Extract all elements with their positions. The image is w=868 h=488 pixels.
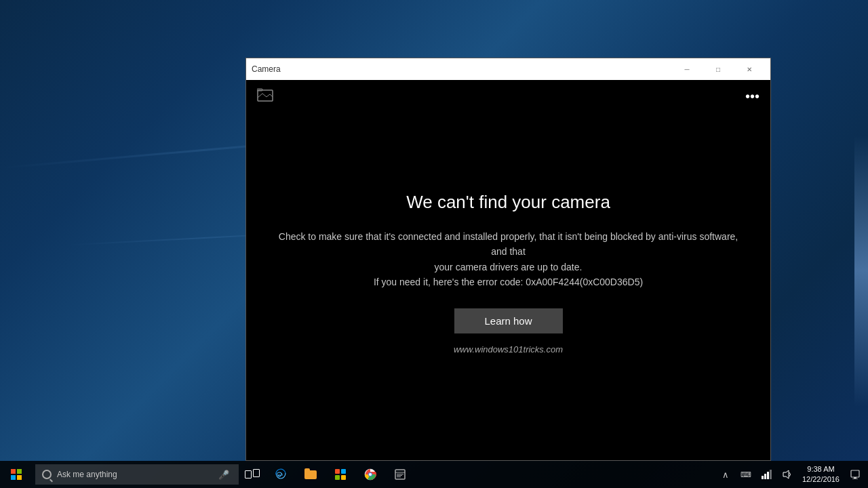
error-desc-line2: your camera drivers are up to date. xyxy=(435,262,583,272)
action-center-icon xyxy=(850,470,860,479)
misc-app-icon xyxy=(393,468,407,481)
network-indicator-icon xyxy=(761,469,772,480)
svg-rect-6 xyxy=(335,469,340,474)
start-button[interactable] xyxy=(0,461,33,488)
error-description: Check to make sure that it's connected a… xyxy=(278,229,739,290)
maximize-button[interactable]: □ xyxy=(703,58,734,80)
camera-window: Camera ─ □ ✕ ••• xyxy=(245,58,771,461)
svg-rect-17 xyxy=(397,476,401,477)
camera-error-area: We can't find your camera Check to make … xyxy=(251,86,766,460)
volume-indicator-icon xyxy=(781,469,792,480)
clock-display[interactable]: 9:38 AM 12/22/2016 xyxy=(797,461,845,488)
error-desc-line3: If you need it, here's the error code: 0… xyxy=(374,277,643,287)
minimize-button[interactable]: ─ xyxy=(671,58,703,80)
svg-rect-21 xyxy=(770,470,772,479)
svg-point-12 xyxy=(369,473,372,476)
taskbar-app-misc[interactable] xyxy=(385,461,415,488)
learn-how-button[interactable]: Learn how xyxy=(454,308,563,333)
window-title: Camera xyxy=(252,64,671,74)
volume-icon[interactable] xyxy=(776,461,797,488)
taskbar-app-chrome[interactable] xyxy=(355,461,385,488)
windows-logo-icon xyxy=(11,469,22,480)
keyboard-indicator-icon: ⌨ xyxy=(741,470,751,479)
camera-titlebar: Camera ─ □ ✕ xyxy=(246,58,770,80)
windows-store-icon xyxy=(334,468,347,481)
clock-time: 9:38 AM xyxy=(807,464,834,474)
network-icon[interactable] xyxy=(756,461,776,488)
error-title: We can't find your camera xyxy=(406,192,610,213)
search-placeholder: Ask me anything xyxy=(57,470,117,479)
clock-date: 12/22/2016 xyxy=(802,474,840,485)
notification-area: ∧ ⌨ xyxy=(713,461,868,488)
svg-rect-9 xyxy=(341,475,346,480)
svg-rect-24 xyxy=(854,477,856,479)
keyboard-icon[interactable]: ⌨ xyxy=(736,461,756,488)
show-hidden-icons-button[interactable]: ∧ xyxy=(715,461,736,488)
camera-content: ••• We can't find your camera Check to m… xyxy=(246,80,770,460)
svg-marker-22 xyxy=(783,470,789,479)
taskbar-app-store[interactable] xyxy=(326,461,355,488)
task-view-icon xyxy=(245,470,260,479)
close-button[interactable]: ✕ xyxy=(734,58,765,80)
decoration xyxy=(854,136,868,407)
chevron-up-icon: ∧ xyxy=(722,470,729,480)
taskbar-app-edge[interactable] xyxy=(266,461,296,488)
svg-rect-23 xyxy=(851,470,859,477)
search-icon xyxy=(42,470,52,479)
action-center-button[interactable] xyxy=(845,461,865,488)
taskbar-app-file-explorer[interactable] xyxy=(296,461,326,488)
svg-rect-18 xyxy=(762,476,764,479)
taskbar: Ask me anything 🎤 xyxy=(0,461,868,488)
svg-rect-16 xyxy=(397,475,402,476)
file-explorer-icon xyxy=(304,470,317,479)
search-bar[interactable]: Ask me anything 🎤 xyxy=(35,464,239,485)
svg-rect-15 xyxy=(397,474,403,474)
svg-rect-20 xyxy=(767,472,769,479)
desktop: Camera ─ □ ✕ ••• xyxy=(0,0,868,488)
edge-icon xyxy=(274,468,288,481)
watermark-text: www.windows101tricks.com xyxy=(454,344,563,354)
error-desc-line1: Check to make sure that it's connected a… xyxy=(279,231,738,257)
svg-rect-8 xyxy=(335,475,340,480)
task-view-button[interactable] xyxy=(239,461,266,488)
svg-rect-7 xyxy=(341,469,346,474)
svg-rect-19 xyxy=(764,474,766,479)
chrome-icon xyxy=(363,468,377,481)
microphone-icon[interactable]: 🎤 xyxy=(218,470,229,480)
